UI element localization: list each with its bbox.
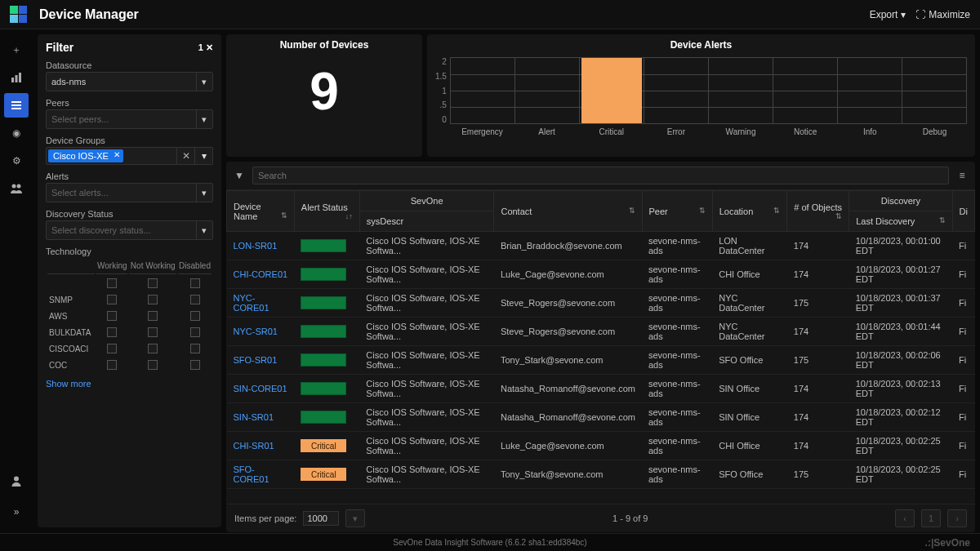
nav-explore[interactable]: ◉ [4,121,29,145]
pager-next[interactable]: › [947,509,967,527]
col-contact[interactable]: Contact⇅ [494,191,642,232]
table-row[interactable]: SFO-CORE01CriticalCisco IOS Software, IO… [227,460,975,489]
table-row[interactable]: LON-SR01Cisco IOS Software, IOS-XE Softw… [227,232,975,260]
sort-icon: ⇅ [773,207,780,215]
cell-peer: sevone-nms-ads [642,289,712,318]
checkbox[interactable] [190,360,200,370]
clear-groups-button[interactable]: ✕ [177,147,195,165]
table-row[interactable]: SIN-CORE01Cisco IOS Software, IOS-XE Sof… [227,375,975,403]
items-per-page-chevron[interactable]: ▾ [345,509,365,527]
col-location[interactable]: Location⇅ [712,191,787,232]
device-link[interactable]: CHI-CORE01 [234,269,288,279]
discovery-status-select[interactable]: Select discovery status...▾ [46,220,213,240]
cell-contact: Tony_Stark@sevone.com [494,346,642,375]
device-link[interactable]: SFO-CORE01 [234,464,270,484]
cell-di: Fi [952,403,974,432]
nav-reports[interactable] [4,65,29,90]
device-group-chip[interactable]: Cisco IOS-XE✕ [48,149,123,162]
checkbox[interactable] [148,360,158,370]
table-row[interactable]: CHI-CORE01Cisco IOS Software, IOS-XE Sof… [227,260,975,289]
col-last-discovery[interactable]: Last Discovery⇅ [849,211,952,232]
peers-select[interactable]: Select peers...▾ [46,109,213,129]
chart-bar[interactable] [581,58,642,123]
cell-objects: 174 [787,260,849,289]
cell-objects: 174 [787,232,849,260]
export-button[interactable]: Export ▾ [870,9,906,20]
device-link[interactable]: NYC-SR01 [234,327,278,336]
cell-di: Fi [952,318,974,346]
checkbox[interactable] [190,311,200,321]
chevron-down-icon: ▾ [901,9,906,20]
nav-user-account[interactable] [4,469,29,493]
table-row[interactable]: SFO-SR01Cisco IOS Software, IOS-XE Softw… [227,346,975,375]
col-peer[interactable]: Peer⇅ [642,191,712,232]
checkbox[interactable] [107,311,117,321]
checkbox[interactable] [107,360,117,370]
checkbox[interactable] [107,327,117,337]
svg-point-6 [12,184,16,189]
checkbox[interactable] [107,295,117,304]
page-title: Device Manager [39,7,870,22]
search-input[interactable] [252,167,949,184]
device-link[interactable]: SFO-SR01 [234,355,278,365]
device-link[interactable]: LON-SR01 [234,241,278,251]
maximize-button[interactable]: ⛶ Maximize [915,9,970,20]
checkbox[interactable] [190,295,200,304]
status-ok [301,239,346,252]
checkbox[interactable] [148,327,158,337]
nav-add[interactable]: ＋ [4,38,29,62]
device-link[interactable]: NYC-CORE01 [234,293,270,313]
checkbox[interactable] [107,278,117,288]
device-link[interactable]: CHI-SR01 [234,441,274,451]
cell-di: Fi [952,460,974,489]
checkbox[interactable] [190,278,200,288]
filter-title: Filter [46,41,74,54]
device-link[interactable]: SIN-SR01 [234,412,274,422]
filter-close-icon[interactable]: ✕ [206,42,213,52]
footer: SevOne Data Insight Software (6.6.2 sha1… [0,533,980,551]
users-icon [10,183,23,194]
cell-peer: sevone-nms-ads [642,403,712,432]
cell-last-discovery: 10/18/2023, 00:01:44 EDT [849,318,952,346]
table-row[interactable]: NYC-CORE01Cisco IOS Software, IOS-XE Sof… [227,289,975,318]
checkbox[interactable] [190,344,200,353]
col-sysdescr[interactable]: sysDescr [359,211,494,232]
checkbox[interactable] [148,344,158,353]
maximize-label: Maximize [929,9,970,20]
items-per-page-select[interactable]: 1000 [303,511,339,526]
table-row[interactable]: CHI-SR01CriticalCisco IOS Software, IOS-… [227,432,975,460]
col-objects[interactable]: # of Objects⇅ [787,191,849,232]
chip-remove-icon[interactable]: ✕ [114,150,120,159]
cell-sysdescr: Cisco IOS Software, IOS-XE Softwa... [359,289,494,318]
checkbox[interactable] [107,344,117,353]
nav-users[interactable] [4,176,29,201]
sort-icon: ⇅ [835,212,842,220]
datasource-select[interactable]: ads-nms▾ [46,72,213,91]
nav-expand[interactable]: » [4,500,29,524]
filter-icon[interactable]: ▼ [231,170,247,181]
show-more-link[interactable]: Show more [46,379,213,389]
tech-row: AWS [47,309,212,323]
nav-devices[interactable] [4,93,29,118]
checkbox[interactable] [190,327,200,337]
nav-settings[interactable]: ⚙ [4,149,29,173]
cell-contact: Steve_Rogers@sevone.com [494,318,642,346]
checkbox[interactable] [148,311,158,321]
table-row[interactable]: NYC-SR01Cisco IOS Software, IOS-XE Softw… [227,318,975,346]
device-groups-select[interactable]: Cisco IOS-XE✕ ✕ ▾ [46,147,213,165]
table-row[interactable]: SIN-SR01Cisco IOS Software, IOS-XE Softw… [227,403,975,432]
pager-prev[interactable]: ‹ [895,509,915,527]
menu-icon[interactable]: ≡ [954,170,970,181]
checkbox[interactable] [148,278,158,288]
chart-category-label: Warning [708,127,773,136]
bar-chart-icon [11,72,22,83]
svg-rect-2 [19,73,21,82]
checkbox[interactable] [148,295,158,304]
col-di[interactable]: Di [952,191,974,232]
col-device-name[interactable]: Device Name⇅ [227,191,295,232]
cell-last-discovery: 10/18/2023, 00:02:13 EDT [849,375,952,403]
col-alert-status[interactable]: Alert Status↓↑ [294,191,359,232]
status-critical: Critical [301,468,346,481]
alerts-select[interactable]: Select alerts...▾ [46,183,213,202]
device-link[interactable]: SIN-CORE01 [234,384,287,393]
